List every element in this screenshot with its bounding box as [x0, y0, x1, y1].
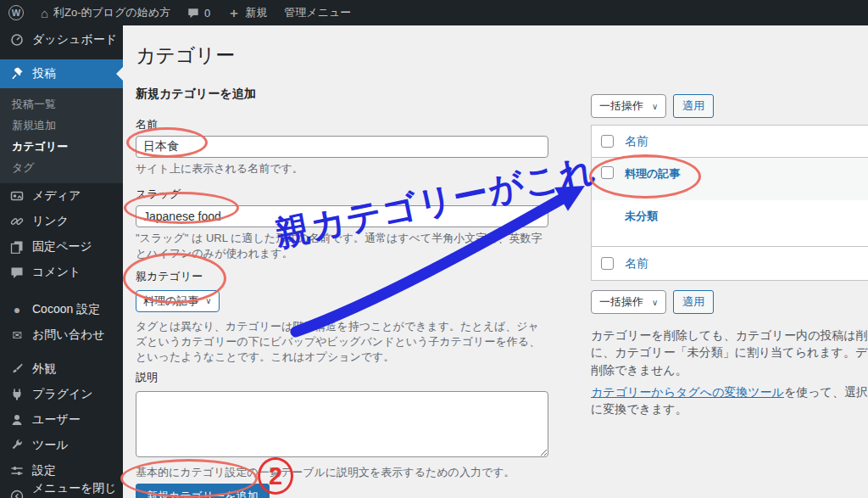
description-label: 説明 [136, 370, 548, 385]
home-icon: ⌂ [41, 7, 48, 20]
sidebar-item-media[interactable]: メディア [0, 183, 123, 209]
parent-category-value: 料理の記事 [143, 294, 198, 309]
sidebar-item-label: メニューを閉じる [32, 481, 123, 498]
categories-table: 名前 料理の記事 未分類 名前 [591, 125, 868, 281]
sidebar-subitem-tags[interactable]: タグ [0, 157, 123, 178]
sidebar-item-pages[interactable]: 固定ページ [0, 234, 123, 260]
bulk-actions-value: 一括操作 [599, 98, 643, 114]
admin-menu-item[interactable]: 管理メニュー [275, 0, 359, 25]
chevron-down-icon: ∨ [652, 298, 658, 307]
checkbox-placeholder [601, 209, 614, 246]
wrench-icon [10, 439, 24, 452]
bulk-actions-select[interactable]: 一括操作 ∨ [591, 290, 666, 314]
sidebar-item-comments[interactable]: コメント [0, 260, 123, 285]
chevron-down-icon: ∨ [205, 296, 211, 305]
sidebar-item-users[interactable]: ユーザー [0, 407, 123, 433]
sidebar-item-appearance[interactable]: 外観 [0, 356, 123, 382]
row-checkbox[interactable] [601, 166, 614, 179]
sidebar: ダッシュボード 投稿 投稿一覧 新規追加 カテゴリー タグ メディア リンク 固… [0, 25, 123, 498]
sidebar-item-links[interactable]: リンク [0, 209, 123, 234]
sidebar-subitem-add-new[interactable]: 新規追加 [0, 115, 123, 136]
sidebar-item-label: 設定 [32, 463, 56, 478]
parent-category-label: 親カテゴリー [136, 269, 548, 284]
sidebar-item-label: ユーザー [32, 412, 81, 428]
sliders-icon [10, 464, 24, 478]
plus-icon: ＋ [227, 5, 240, 21]
select-all-checkbox[interactable] [601, 135, 614, 148]
envelope-icon: ✉ [10, 329, 24, 341]
table-row: 料理の記事 [592, 158, 868, 200]
description-textarea[interactable] [136, 391, 548, 457]
main-content: カテゴリー 新規カテゴリーを追加 名前 サイト上に表示される名前です。 スラッグ… [123, 25, 868, 498]
sidebar-item-settings[interactable]: 設定 [0, 458, 123, 484]
description-help: 基本的にカテゴリ設定の一覧テーブルに説明文を表示するための入力です。 [136, 465, 548, 480]
column-footer-name[interactable]: 名前 [625, 256, 648, 271]
apply-button[interactable]: 適用 [673, 94, 714, 118]
wordpress-logo-icon: W [8, 5, 24, 20]
name-help: サイト上に表示される名前です。 [136, 161, 548, 176]
sidebar-item-plugins[interactable]: プラグイン [0, 382, 123, 407]
sidebar-item-posts[interactable]: 投稿 [0, 59, 123, 88]
sidebar-subitem-categories[interactable]: カテゴリー [0, 136, 123, 157]
sidebar-item-label: 投稿 [32, 66, 56, 81]
sidebar-item-label: リンク [32, 214, 69, 229]
slug-input[interactable] [136, 205, 548, 227]
sidebar-item-label: コメント [32, 265, 81, 280]
bulk-actions-bottom: 一括操作 ∨ 適用 [591, 289, 868, 315]
bulk-actions-select[interactable]: 一括操作 ∨ [591, 94, 666, 118]
sidebar-subitem-post-list[interactable]: 投稿一覧 [0, 93, 123, 115]
category-link[interactable]: 料理の記事 [625, 166, 680, 200]
sidebar-item-label: 固定ページ [32, 239, 92, 255]
parent-category-help: タグとは異なり、カテゴリーは階層構造を持つことができます。たとえば、ジャズという… [136, 319, 548, 366]
pushpin-icon [10, 67, 24, 81]
table-header-row: 名前 [592, 126, 868, 158]
current-menu-arrow [116, 67, 123, 81]
site-title-link[interactable]: ⌂ 利Zo-的ブログの始め方 [32, 0, 179, 25]
posts-submenu: 投稿一覧 新規追加 カテゴリー タグ [0, 88, 123, 183]
sidebar-item-label: プラグイン [32, 387, 93, 402]
sidebar-item-label: 外観 [32, 361, 56, 377]
dashboard-icon [10, 33, 24, 47]
name-input[interactable] [136, 136, 548, 158]
sidebar-item-contact[interactable]: ✉ お問い合わせ [0, 322, 123, 348]
brush-icon [10, 362, 24, 376]
wordpress-logo-button[interactable]: W [0, 0, 32, 25]
sidebar-item-label: メディア [32, 188, 81, 204]
select-all-checkbox[interactable] [601, 257, 614, 270]
table-footer-row: 名前 [592, 246, 868, 280]
chevron-down-icon: ∨ [652, 102, 658, 111]
sidebar-item-tools[interactable]: ツール [0, 433, 123, 458]
admin-bar: W ⌂ 利Zo-的ブログの始め方 0 ＋ 新規 管理メニュー [0, 0, 868, 25]
add-category-heading: 新規カテゴリーを追加 [136, 87, 548, 102]
sidebar-item-cocoon-settings[interactable]: ● Cocoon 設定 [0, 297, 123, 322]
category-link[interactable]: 未分類 [625, 209, 658, 246]
category-list-panel: 一括操作 ∨ 適用 名前 料理の記事 未分類 名前 [591, 93, 868, 417]
sidebar-item-label: Cocoon 設定 [32, 302, 100, 317]
plug-icon [10, 388, 24, 401]
circle-icon: ● [10, 304, 24, 316]
comments-link[interactable]: 0 [179, 0, 219, 25]
parent-category-select[interactable]: 料理の記事 ∨ [136, 290, 220, 312]
sidebar-item-label: お問い合わせ [32, 327, 104, 343]
column-header-name[interactable]: 名前 [625, 134, 648, 149]
add-category-form: 新規カテゴリーを追加 名前 サイト上に表示される名前です。 スラッグ "スラッグ… [136, 87, 548, 498]
category-notes: カテゴリーを削除しても、カテゴリー内の投稿は削除されません。代わりに、カテゴリー… [591, 327, 868, 417]
convert-tool-link[interactable]: カテゴリーからタグへの変換ツール [591, 385, 784, 399]
sidebar-item-label: ダッシュボード [32, 32, 117, 48]
link-icon [10, 215, 24, 228]
add-category-button[interactable]: 新規カテゴリーを追加 [136, 484, 270, 498]
bulk-actions-top: 一括操作 ∨ 適用 [591, 93, 868, 119]
media-icon [10, 189, 24, 203]
page-title: カテゴリー [136, 42, 235, 69]
slug-label: スラッグ [136, 187, 548, 202]
new-content-button[interactable]: ＋ 新規 [219, 0, 275, 25]
user-icon [10, 413, 24, 427]
admin-menu-label: 管理メニュー [284, 5, 351, 20]
pages-icon [10, 240, 24, 254]
sidebar-item-label: ツール [32, 438, 69, 453]
sidebar-item-collapse-menu[interactable]: メニューを閉じる [0, 484, 123, 498]
slug-help: "スラッグ" は URL に適した形式の名前です。通常はすべて半角小文字で、英数… [136, 231, 548, 261]
collapse-icon [10, 490, 24, 498]
sidebar-item-dashboard[interactable]: ダッシュボード [0, 25, 123, 54]
apply-button[interactable]: 適用 [673, 290, 714, 314]
